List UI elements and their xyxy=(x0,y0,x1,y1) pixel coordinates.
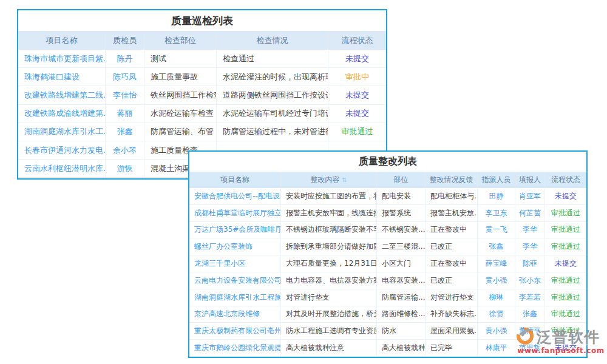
cell-part: 配电安装 xyxy=(377,188,426,204)
cell-inspector[interactable]: 张鑫 xyxy=(106,123,144,141)
cell-flow-status: 审批通过 xyxy=(545,306,586,323)
cell-project-name[interactable]: 长春市伊通河水力发电... xyxy=(18,141,106,159)
sort-icon[interactable]: ⇅ xyxy=(342,177,347,183)
cell-project-name[interactable]: 螺丝厂办公室装饰 xyxy=(189,238,281,255)
cell-reporter[interactable]: 李华 xyxy=(515,238,545,255)
cell-project-name[interactable]: 龙湖三千里小区 xyxy=(189,255,281,272)
cell-inspector[interactable]: 陈巧凤 xyxy=(106,68,144,86)
column-header-label: 流程状态 xyxy=(342,35,373,46)
table-row[interactable]: 湖南洞庭湖水库引水工...张鑫防腐管运输、布管防腐管运输过程中，未对管进行...… xyxy=(18,123,386,141)
table-row[interactable]: 京沪高速北京段维修对其及时开展整治措施，桥头...路面维修检...补齐缺失标志.… xyxy=(189,306,586,323)
cell-inspector[interactable]: 余小琴 xyxy=(106,141,144,159)
table-row[interactable]: 安徽合肥供电公司--配电设备...安装时应按施工图的布置，将...配电安装配电柜… xyxy=(189,188,586,205)
table-row[interactable]: 螺丝厂办公室装饰拆除到承重墙部分请做好加固...二至三楼混...已改正张鑫李华审… xyxy=(189,238,586,255)
table-row[interactable]: 云南电力设备安装有限公司20...电力电容器、电抗器安装方案,...电容器安装.… xyxy=(189,272,586,289)
cell-project-name[interactable]: 珠海鹤港口建设 xyxy=(18,68,106,86)
cell-inspect-part: 铁丝网围挡工作检查 xyxy=(144,86,217,104)
column-header-label: 指派人员 xyxy=(482,175,511,185)
column-header-flow-status: 流程状态 xyxy=(545,172,586,188)
table-row[interactable]: 成都杜甫草堂临时展厅独立展...报警主机安放牢固，线缆连接...报警系统报警主机… xyxy=(189,205,586,222)
table-row[interactable]: 重庆太极制药有限公司亳州中...防水工程施工选调有专业资质...防水屋面采用聚氨… xyxy=(189,323,586,340)
table-row[interactable]: 龙湖三千里小区大理石质量更换，12月31日之...小区大门正在整改中薛宝峰陈菲未… xyxy=(189,255,586,272)
cell-project-name[interactable]: 重庆太极制药有限公司亳州中... xyxy=(189,323,281,339)
cell-rectify-feedback: 报警主机安放... xyxy=(426,205,478,221)
cell-project-name[interactable]: 云南水利枢纽潜明水库... xyxy=(18,160,106,177)
cell-inspector[interactable]: 蒋丽 xyxy=(106,105,144,123)
cell-assignee[interactable]: 田静 xyxy=(478,188,515,204)
cell-project-name[interactable]: 重庆市鹅岭公园绿化景观提升... xyxy=(189,340,281,356)
cell-inspect-part: 水泥砼运输车检查 xyxy=(144,105,217,123)
cell-rectify-content: 大理石质量更换，12月31日之... xyxy=(281,255,377,272)
cell-flow-status: 审批通过 xyxy=(545,205,586,221)
cell-rectify-content: 对其及时开展整治措施，桥头... xyxy=(281,306,377,323)
column-header-inspect-situation: 检查情况 xyxy=(217,31,328,50)
cell-project-name[interactable]: 改建铁路成渝线增建第... xyxy=(18,105,106,123)
cell-project-name[interactable]: 安徽合肥供电公司--配电设备... xyxy=(189,188,281,204)
cell-project-name[interactable]: 珠海市城市更新项目紫... xyxy=(18,50,106,67)
table-row[interactable]: 湖南洞庭湖水库引水工程施工标对管进行垫支防腐管运输...对管进行垫支柳琳李若若审… xyxy=(189,289,586,306)
cell-assignee[interactable]: 徐贤 xyxy=(478,306,515,323)
column-header-assignee: 指派人员 xyxy=(478,172,515,188)
cell-project-name[interactable]: 京沪高速北京段维修 xyxy=(189,306,281,323)
cell-assignee[interactable]: 黄小强 xyxy=(478,323,515,339)
table-row[interactable]: 重庆市鹅岭公园绿化景观提升...高大植被栽种注意高大植被栽种已完毕林康平范思哲未… xyxy=(189,340,586,357)
cell-project-name[interactable]: 改建铁路线增建第二线... xyxy=(18,86,106,104)
cell-project-name[interactable]: 成都杜甫草堂临时展厅独立展... xyxy=(189,205,281,221)
cell-flow-status: 审批通过 xyxy=(545,222,586,238)
cell-reporter[interactable]: 何芷茵 xyxy=(515,205,545,221)
column-header-part: 部位 xyxy=(377,172,426,188)
cell-rectify-content: 防水工程施工选调有专业资质... xyxy=(281,323,377,339)
cell-rectify-feedback: 对管进行垫支 xyxy=(426,289,478,306)
cell-assignee[interactable]: 黄一飞 xyxy=(478,222,515,238)
cell-project-name[interactable]: 万达广场35#会所及咖啡厅空... xyxy=(189,222,281,238)
cell-flow-status: 未提交 xyxy=(545,188,586,204)
column-header-rectify-feedback: 整改情况反馈 xyxy=(426,172,478,188)
cell-rectify-feedback: 已完毕 xyxy=(426,340,478,356)
cell-reporter[interactable]: 李若若 xyxy=(515,289,545,306)
cell-inspect-situation: 水泥砼灌注的时候，出现离析现象 xyxy=(217,68,328,86)
cell-assignee[interactable]: 李卫东 xyxy=(478,205,515,221)
cell-project-name[interactable]: 云南电力设备安装有限公司20... xyxy=(189,272,281,289)
column-header-label: 填报人 xyxy=(519,175,541,185)
cell-reporter[interactable]: 陈菲 xyxy=(515,255,545,272)
cell-rectify-content: 安装时应按施工图的布置，将... xyxy=(281,188,377,204)
cell-rectify-content: 拆除到承重墙部分请做好加固... xyxy=(281,238,377,255)
cell-project-name[interactable]: 湖南洞庭湖水库引水工... xyxy=(18,123,106,141)
cell-assignee[interactable]: 黄小强 xyxy=(478,272,515,289)
cell-rectify-content: 对管进行垫支 xyxy=(281,289,377,306)
cell-reporter[interactable]: 肖亚军 xyxy=(515,188,545,204)
cell-flow-status: 审批通过 xyxy=(545,238,586,255)
cell-assignee[interactable]: 柳琳 xyxy=(478,289,515,306)
cell-rectify-content: 高大植被栽种注意 xyxy=(281,340,377,356)
cell-reporter[interactable]: 张小东 xyxy=(515,272,545,289)
table-row[interactable]: 珠海市城市更新项目紫...陈丹测试检查通过未提交 xyxy=(18,50,386,68)
cell-reporter[interactable]: 李华 xyxy=(515,222,545,238)
cell-rectify-content: 电力电容器、电抗器安装方案,... xyxy=(281,272,377,289)
cell-part: 小区大门 xyxy=(377,255,426,272)
cell-reporter[interactable]: 董清平 xyxy=(515,323,545,339)
column-header-label: 部位 xyxy=(394,175,409,185)
table-row[interactable]: 改建铁路线增建第二线...李佳怡铁丝网围挡工作检查道路两侧铁丝网围挡工作按设计.… xyxy=(18,86,386,104)
cell-assignee[interactable]: 张鑫 xyxy=(478,238,515,255)
cell-inspect-part: 防腐管运输、布管 xyxy=(144,123,217,141)
cell-inspector[interactable]: 游恢 xyxy=(106,160,144,177)
cell-flow-status: 审批中 xyxy=(328,68,386,86)
cell-rectify-feedback: 已改正 xyxy=(426,238,478,255)
table-row[interactable]: 万达广场35#会所及咖啡厅空...不锈钢边框玻璃隔断安装不牢...不锈钢安装..… xyxy=(189,222,586,239)
cell-reporter[interactable]: 张鑫 xyxy=(515,306,545,323)
column-header-label: 项目名称 xyxy=(46,35,78,46)
column-header-label: 检查情况 xyxy=(257,35,288,46)
cell-flow-status: 审批通过 xyxy=(328,123,386,141)
cell-inspector[interactable]: 陈丹 xyxy=(106,50,144,67)
cell-assignee[interactable]: 林康平 xyxy=(478,340,515,356)
cell-project-name[interactable]: 湖南洞庭湖水库引水工程施工标 xyxy=(189,289,281,306)
cell-reporter[interactable]: 范思哲 xyxy=(515,340,545,356)
cell-rectify-feedback: 已改正 xyxy=(426,272,478,289)
cell-inspector[interactable]: 李佳怡 xyxy=(106,86,144,104)
cell-rectify-content: 报警主机安放牢固，线缆连接... xyxy=(281,205,377,221)
table-row[interactable]: 改建铁路成渝线增建第...蒋丽水泥砼运输车检查水泥砼运输车司机经过专门培训...… xyxy=(18,105,386,123)
cell-assignee[interactable]: 薛宝峰 xyxy=(478,255,515,272)
rectification-table-header: 项目名称整改内容⇅部位整改情况反馈指派人员填报人流程状态 xyxy=(189,172,586,188)
cell-flow-status: 未提交 xyxy=(545,255,586,272)
table-row[interactable]: 珠海鹤港口建设陈巧凤施工质量事故水泥砼灌注的时候，出现离析现象审批中 xyxy=(18,68,386,86)
